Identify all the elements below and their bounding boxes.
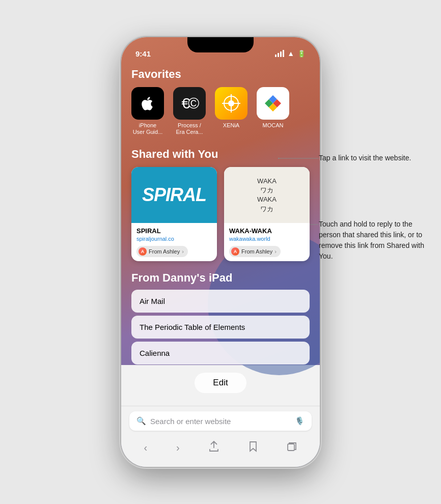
danny-section-title: From Danny's iPad <box>131 271 310 285</box>
favorite-item-iphone-guide[interactable]: iPhoneUser Guid... <box>131 87 164 135</box>
waka-card-title: WAKA-WAKA <box>229 227 305 235</box>
shared-card-waka[interactable]: WAKAワカWAKAワカ WAKA-WAKA wakawaka.world A … <box>224 167 310 261</box>
favorite-item-xenia[interactable]: XENiA <box>215 87 247 135</box>
fav-label-process: Process /Era Cera... <box>176 122 203 135</box>
xenia-icon <box>215 87 247 120</box>
spiral-from-badge[interactable]: A From Ashley › <box>136 246 188 257</box>
search-placeholder: Search or enter website <box>150 417 291 426</box>
fav-label-mocan: MOCAN <box>263 122 284 129</box>
browser-toolbar: ‹ › <box>129 436 312 467</box>
back-button[interactable]: ‹ <box>139 440 152 456</box>
battery-icon: 🔋 <box>297 50 306 58</box>
spiral-card-image: SPIRAL <box>131 167 217 223</box>
shared-card-spiral[interactable]: SPIRAL SPIRAL spiraljournal.co A From As… <box>131 167 217 261</box>
tabs-button[interactable] <box>282 439 302 456</box>
waka-card-url: wakawaka.world <box>229 236 305 242</box>
shared-with-you-title: Shared with You <box>131 148 310 161</box>
annotation-tap-text: Tap a link to visit the website. <box>319 154 411 162</box>
waka-from-badge[interactable]: A From Ashley › <box>229 246 281 257</box>
waka-text: WAKAワカWAKAワカ <box>257 177 277 214</box>
list-item-calienna[interactable]: Calienna <box>131 342 310 365</box>
spiral-card-info: SPIRAL spiraljournal.co <box>131 223 217 244</box>
fav-label-iphone-guide: iPhoneUser Guid... <box>133 122 163 135</box>
favorite-item-mocan[interactable]: MOCAN <box>257 87 289 135</box>
svg-rect-4 <box>288 444 294 451</box>
phone-screen: 9:41 ▲ 🔋 Favorites <box>121 37 320 467</box>
waka-card-image: WAKAワカWAKAワカ <box>224 167 310 223</box>
danny-section: From Danny's iPad Air Mail The Periodic … <box>131 271 310 365</box>
bookmarks-button[interactable] <box>243 439 263 457</box>
spiral-from-label: From Ashley <box>149 248 180 255</box>
shared-cards: SPIRAL SPIRAL spiraljournal.co A From As… <box>131 167 310 261</box>
status-time: 9:41 <box>135 49 151 58</box>
share-button[interactable] <box>204 439 224 457</box>
wifi-icon: ▲ <box>287 49 294 58</box>
edit-button-wrapper: Edit <box>131 373 310 393</box>
spiral-card-url: spiraljournal.co <box>136 236 212 242</box>
annotation-tap-link: Tap a link to visit the website. <box>319 153 426 163</box>
notch <box>187 37 254 52</box>
waka-card-info: WAKA-WAKA wakawaka.world <box>224 223 310 244</box>
waka-chevron: › <box>274 248 277 255</box>
list-item-periodic-table[interactable]: The Periodic Table of Elements <box>131 316 310 339</box>
bottom-area: 🔍 Search or enter website 🎙️ ‹ › <box>121 406 320 467</box>
signal-icon <box>275 50 284 57</box>
spiral-chevron: › <box>182 248 184 255</box>
edit-button[interactable]: Edit <box>195 373 246 393</box>
annotation-hold-text: Touch and hold to reply to the person th… <box>319 220 424 260</box>
favorite-item-process[interactable]: €© Process /Era Cera... <box>173 87 206 135</box>
annotation-hold-link: Touch and hold to reply to the person th… <box>319 219 431 262</box>
spiral-card-from-area: A From Ashley › <box>131 244 217 261</box>
process-icon: €© <box>173 87 206 120</box>
list-item-air-mail[interactable]: Air Mail <box>131 290 310 313</box>
waka-from-label: From Ashley <box>241 248 272 255</box>
fav-label-xenia: XENiA <box>223 122 239 129</box>
status-icons: ▲ 🔋 <box>275 49 306 58</box>
apple-icon <box>131 87 164 120</box>
search-icon: 🔍 <box>136 416 146 426</box>
favorites-grid: iPhoneUser Guid... €© Process /Era Cera.… <box>131 87 310 135</box>
forward-button[interactable]: › <box>171 440 185 456</box>
waka-card-from-area: A From Ashley › <box>224 244 310 261</box>
favorites-title: Favorites <box>131 68 310 81</box>
ashley-avatar-2: A <box>231 247 239 256</box>
spiral-text: SPIRAL <box>142 184 206 206</box>
mic-icon[interactable]: 🎙️ <box>295 416 305 426</box>
mocan-icon <box>257 87 289 120</box>
search-bar[interactable]: 🔍 Search or enter website 🎙️ <box>129 411 312 431</box>
ashley-avatar-1: A <box>139 247 147 256</box>
phone-frame: 9:41 ▲ 🔋 Favorites <box>121 37 320 467</box>
spiral-card-title: SPIRAL <box>136 227 212 235</box>
